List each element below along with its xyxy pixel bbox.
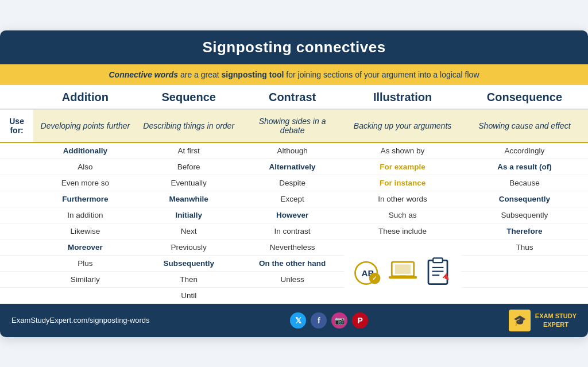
cell-consequence-9: [461, 287, 588, 303]
cell-contrast-8: Unless: [241, 271, 344, 287]
subtitle-part2: are a great: [178, 70, 222, 79]
card: Signposting connectives Connective words…: [0, 30, 588, 337]
footer-url: ExamStudyExpert.com/signposting-words: [11, 316, 150, 324]
abc-icon: AB ✓: [352, 256, 384, 287]
cell-sequence-7: Subsequently: [137, 255, 241, 271]
cell-illustration-2: For instance: [344, 175, 461, 191]
header-consequence: Consequence: [461, 85, 588, 109]
subtitle-signposting-tool: signposting tool: [222, 70, 284, 79]
use-for-illustration: Backing up your arguments: [344, 109, 461, 142]
cell-contrast-0: Although: [241, 142, 344, 159]
main-table: Addition Sequence Contrast Illustration …: [0, 85, 588, 304]
svg-text:!: !: [444, 276, 445, 280]
cell-consequence-2: Because: [461, 175, 588, 191]
table-row: SimilarlyThenUnless: [0, 271, 588, 287]
brand-line1: EXAM STUDY: [535, 312, 577, 319]
table-row: MoreoverPreviouslyNevertheless AB ✓: [0, 239, 588, 255]
table-row: AlsoBeforeAlternativelyFor exampleAs a r…: [0, 159, 588, 175]
svg-rect-8: [428, 260, 447, 284]
facebook-icon[interactable]: f: [311, 312, 327, 329]
laptop-icon: [387, 256, 419, 287]
twitter-icon[interactable]: 𝕏: [290, 312, 306, 329]
cell-addition-4: In addition: [33, 207, 137, 223]
cell-addition-5: Likewise: [33, 223, 137, 239]
cell-addition-2: Even more so: [33, 175, 137, 191]
cell-sequence-9: Until: [137, 287, 241, 303]
brand-logo: 🎓 EXAM STUDY EXPERT: [509, 310, 577, 331]
cell-illustration-6: AB ✓: [344, 239, 461, 303]
row-label-empty: [0, 239, 33, 255]
row-label-empty: [0, 287, 33, 303]
cell-consequence-5: Therefore: [461, 223, 588, 239]
empty-header: [0, 85, 33, 109]
social-icons: 𝕏 f 📷 P: [290, 312, 368, 329]
pinterest-icon[interactable]: P: [352, 312, 368, 329]
row-label-empty: [0, 142, 33, 159]
row-label-empty: [0, 223, 33, 239]
main-title: Signposting connectives: [202, 38, 385, 56]
cell-contrast-2: Despite: [241, 175, 344, 191]
title-bar: Signposting connectives: [0, 30, 588, 64]
footer: ExamStudyExpert.com/signposting-words 𝕏 …: [0, 304, 588, 337]
cell-sequence-5: Next: [137, 223, 241, 239]
table-row: FurthermoreMeanwhileExceptIn other words…: [0, 191, 588, 207]
word-text: Moreover: [68, 243, 103, 252]
header-contrast: Contrast: [241, 85, 344, 109]
cell-contrast-6: Nevertheless: [241, 239, 344, 255]
cell-sequence-1: Before: [137, 159, 241, 175]
clipboard-icon: !: [422, 256, 454, 287]
cell-sequence-2: Eventually: [137, 175, 241, 191]
cell-illustration-4: Such as: [344, 207, 461, 223]
subtitle-part4: for joining sections of your argument in…: [284, 70, 479, 79]
header-addition: Addition: [33, 85, 137, 109]
brand-text: EXAM STUDY EXPERT: [535, 312, 577, 329]
svg-rect-5: [394, 264, 411, 274]
table-row: LikewiseNextIn contrastThese includeTher…: [0, 223, 588, 239]
word-text: Additionally: [63, 146, 107, 155]
cell-consequence-7: [461, 255, 588, 271]
cell-illustration-5: These include: [344, 223, 461, 239]
table-row: Until: [0, 287, 588, 303]
word-text: However: [276, 211, 308, 219]
cell-contrast-1: Alternatively: [241, 159, 344, 175]
words-body: AdditionallyAt firstAlthoughAs shown byA…: [0, 142, 588, 304]
word-text: Furthermore: [62, 195, 108, 203]
row-label-empty: [0, 207, 33, 223]
row-label-empty: [0, 191, 33, 207]
brand-icon: 🎓: [509, 310, 531, 331]
cell-consequence-8: [461, 271, 588, 287]
word-text: Meanwhile: [169, 195, 208, 203]
svg-text:✓: ✓: [372, 275, 377, 281]
cell-contrast-3: Except: [241, 191, 344, 207]
subtitle-connective-words: Connective words: [109, 70, 178, 79]
subtitle-bar: Connective words are a great signposting…: [0, 64, 588, 85]
row-label-empty: [0, 255, 33, 271]
cell-addition-6: Moreover: [33, 239, 137, 255]
use-for-consequence: Showing cause and effect: [461, 109, 588, 142]
header-sequence: Sequence: [137, 85, 241, 109]
cell-addition-7: Plus: [33, 255, 137, 271]
cell-consequence-3: Consequently: [461, 191, 588, 207]
use-for-label: Use for:: [0, 109, 33, 142]
cell-consequence-6: Thus: [461, 239, 588, 255]
cell-illustration-0: As shown by: [344, 142, 461, 159]
cell-illustration-3: In other words: [344, 191, 461, 207]
table-row: AdditionallyAt firstAlthoughAs shown byA…: [0, 142, 588, 159]
row-label-empty: [0, 175, 33, 191]
cell-illustration-1: For example: [344, 159, 461, 175]
cell-addition-9: [33, 287, 137, 303]
row-label-empty: [0, 159, 33, 175]
use-for-sequence: Describing things in order: [137, 109, 241, 142]
word-text: As a result (of): [497, 163, 552, 171]
cell-addition-1: Also: [33, 159, 137, 175]
cell-sequence-8: Then: [137, 271, 241, 287]
table-row: Even more soEventuallyDespiteFor instanc…: [0, 175, 588, 191]
instagram-icon[interactable]: 📷: [331, 312, 347, 329]
table-row: PlusSubsequentlyOn the other hand: [0, 255, 588, 271]
use-for-contrast: Showing sides in a debate: [241, 109, 344, 142]
cell-contrast-4: However: [241, 207, 344, 223]
cell-sequence-4: Initially: [137, 207, 241, 223]
use-for-addition: Developing points further: [33, 109, 137, 142]
table-row: In additionInitiallyHoweverSuch asSubseq…: [0, 207, 588, 223]
svg-rect-9: [433, 258, 443, 262]
